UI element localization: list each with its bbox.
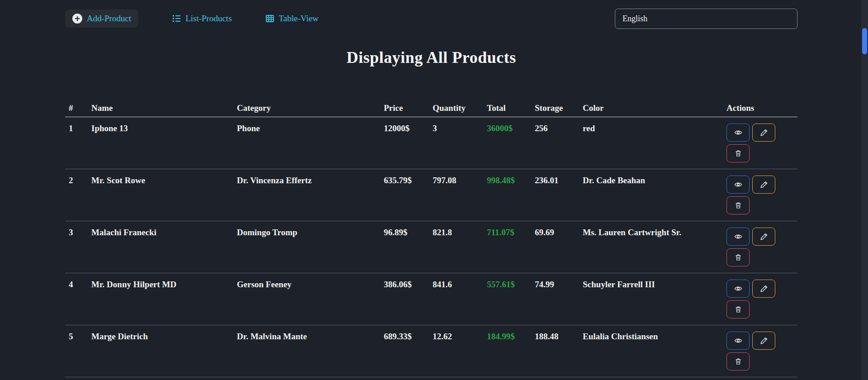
cell-quantity: 821.8 — [429, 221, 483, 273]
cell-storage: 69.69 — [531, 221, 579, 273]
trash-icon — [735, 201, 742, 209]
header-total: Total — [483, 99, 531, 117]
cell-name: Mr. Donny Hilpert MD — [88, 273, 233, 325]
delete-button[interactable] — [726, 196, 750, 214]
trash-icon — [735, 149, 742, 157]
header-actions: Actions — [723, 99, 797, 117]
header-category: Category — [233, 99, 380, 117]
header-storage: Storage — [531, 99, 579, 117]
nav-item-label: List-Products — [185, 14, 231, 24]
cell-price: 96.89$ — [380, 221, 429, 273]
cell-color: Schuyler Farrell III — [579, 273, 723, 325]
table-row: 5 Marge Dietrich Dr. Malvina Mante 689.3… — [65, 325, 797, 377]
table-row: 4 Mr. Donny Hilpert MD Gerson Feeney 386… — [65, 273, 797, 325]
cell-quantity: 841.6 — [429, 273, 483, 325]
cell-quantity: 3 — [429, 117, 483, 169]
view-button[interactable] — [726, 280, 750, 298]
cell-price: 12000$ — [380, 117, 429, 169]
cell-name: Mr. Scot Rowe — [88, 169, 233, 221]
cell-total: 998.48$ — [483, 169, 531, 221]
plus-circle-icon: + — [72, 14, 82, 24]
delete-button[interactable] — [726, 144, 750, 162]
delete-button[interactable] — [726, 300, 750, 318]
row-actions — [726, 176, 777, 214]
header-name: Name — [88, 99, 233, 117]
cell-price: 635.79$ — [380, 169, 429, 221]
cell-index: 4 — [65, 273, 88, 325]
row-actions — [726, 124, 777, 162]
view-button[interactable] — [726, 176, 750, 194]
cell-total: 184.99$ — [483, 325, 531, 377]
header-price: Price — [380, 99, 429, 117]
eye-icon — [733, 180, 743, 189]
navbar: + Add-Product List-Produ — [65, 7, 797, 30]
cell-storage: 256 — [531, 117, 579, 169]
cell-category: Dr. Malvina Mante — [233, 325, 380, 377]
cell-storage: 188.48 — [531, 325, 579, 377]
edit-button[interactable] — [752, 228, 775, 246]
delete-button[interactable] — [726, 352, 750, 370]
nav-item-label: Add-Product — [87, 14, 131, 24]
eye-icon — [733, 285, 743, 293]
cell-actions — [723, 273, 797, 325]
edit-button[interactable] — [752, 280, 775, 298]
table-row: 2 Mr. Scot Rowe Dr. Vincenza Effertz 635… — [65, 169, 797, 221]
pencil-icon — [760, 180, 768, 189]
cell-color: Ms. Lauren Cartwright Sr. — [579, 221, 723, 273]
cell-index: 5 — [65, 325, 88, 377]
language-select[interactable]: English — [615, 9, 797, 29]
cell-price: 386.06$ — [380, 273, 429, 325]
pencil-icon — [760, 337, 768, 345]
edit-button[interactable] — [752, 124, 775, 142]
cell-total: 711.07$ — [483, 221, 531, 273]
cell-color: Dr. Cade Beahan — [579, 169, 723, 221]
cell-index: 2 — [65, 169, 88, 221]
row-actions — [726, 280, 777, 318]
delete-button[interactable] — [726, 248, 750, 266]
row-actions — [726, 332, 777, 370]
edit-button[interactable] — [752, 176, 775, 194]
page-title: Displaying All Products — [65, 48, 797, 67]
nav-item-list-products[interactable]: List-Products — [172, 14, 231, 24]
cell-quantity: 12.62 — [429, 325, 483, 377]
cell-category: Dr. Vincenza Effertz — [233, 169, 380, 221]
cell-storage: 236.01 — [531, 169, 579, 221]
row-actions — [726, 228, 777, 266]
cell-index: 1 — [65, 117, 88, 169]
nav-item-table-view[interactable]: Table-View — [265, 14, 319, 24]
cell-category: Phone — [233, 117, 380, 169]
cell-total: 36000$ — [483, 117, 531, 169]
trash-icon — [735, 253, 742, 261]
pencil-icon — [760, 128, 768, 137]
eye-icon — [733, 128, 743, 137]
cell-name: Iphone 13 — [88, 117, 233, 169]
view-button[interactable] — [726, 332, 750, 350]
edit-button[interactable] — [752, 332, 775, 350]
table-header: # Name Category Price Quantity Total Sto… — [65, 99, 797, 117]
header-index: # — [65, 99, 88, 117]
cell-actions — [723, 117, 797, 169]
cell-color: Eulalia Christiansen — [579, 325, 723, 377]
scrollbar-thumb[interactable] — [862, 28, 867, 54]
cell-total: 557.61$ — [483, 273, 531, 325]
cell-price: 689.33$ — [380, 325, 429, 377]
cell-name: Malachi Franecki — [88, 221, 233, 273]
cell-actions — [723, 325, 797, 377]
trash-icon — [735, 357, 742, 366]
eye-icon — [733, 233, 743, 241]
table-row: 1 Iphone 13 Phone 12000$ 3 36000$ 256 re… — [65, 117, 797, 169]
header-color: Color — [579, 99, 723, 117]
app-container: + Add-Product List-Produ — [65, 0, 797, 377]
nav-item-add-product[interactable]: + Add-Product — [65, 10, 138, 28]
cell-actions — [723, 169, 797, 221]
view-button[interactable] — [726, 228, 750, 246]
list-icon — [172, 14, 181, 23]
eye-icon — [733, 337, 743, 345]
products-table: # Name Category Price Quantity Total Sto… — [65, 99, 797, 377]
view-button[interactable] — [726, 124, 750, 142]
pencil-icon — [760, 233, 768, 241]
product-table-body: 1 Iphone 13 Phone 12000$ 3 36000$ 256 re… — [65, 117, 797, 377]
scrollbar[interactable] — [861, 0, 868, 380]
pencil-icon — [760, 285, 768, 293]
cell-index: 3 — [65, 221, 88, 273]
